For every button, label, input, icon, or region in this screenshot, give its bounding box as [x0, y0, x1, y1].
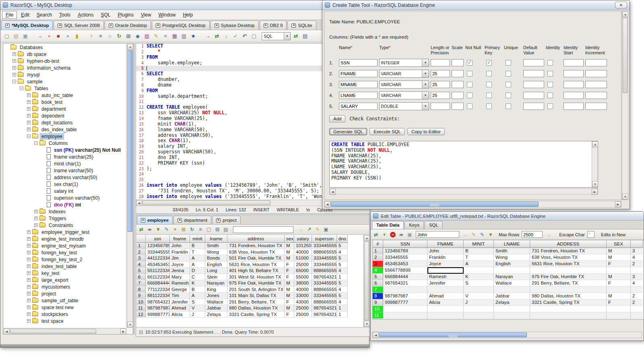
cell[interactable]: 5 — [337, 255, 348, 262]
cell[interactable]: 5 — [337, 280, 348, 287]
cell[interactable]: 888665555 — [312, 268, 337, 274]
cell[interactable]: K — [190, 280, 205, 287]
cell[interactable]: F — [285, 268, 294, 274]
tree-item-sample-utf-table[interactable]: +sample_utf_table — [4, 297, 126, 304]
results-vertical-scrollbar[interactable]: ▲ ▼ — [363, 235, 369, 327]
row-number[interactable]: 5 — [373, 274, 383, 280]
tree-item-space-test-new[interactable]: +space test new — [4, 304, 126, 311]
expand-icon[interactable]: + — [12, 66, 16, 70]
expand-icon[interactable]: + — [27, 299, 31, 302]
primary-key-checkbox[interactable] — [486, 82, 492, 87]
not-null-checkbox[interactable] — [467, 60, 473, 66]
cell[interactable]: 201 South St, Arlington TX — [227, 287, 285, 293]
tree-item-hyphen-db-test[interactable]: +hyphen-db-test — [4, 58, 126, 64]
tree-item-tables[interactable]: −Tables — [4, 85, 126, 92]
scroll-down-arrow-icon[interactable]: ▼ — [622, 194, 628, 200]
collapse-icon[interactable]: − — [34, 141, 38, 145]
cell[interactable]: F — [285, 274, 294, 281]
tree-item-index-test-table[interactable]: +index_test_table — [4, 263, 126, 270]
scroll-down-arrow-icon[interactable]: ▼ — [127, 322, 133, 328]
column-header-lname[interactable]: lname — [205, 235, 227, 243]
cell[interactable] — [494, 312, 530, 319]
cell[interactable] — [464, 306, 494, 312]
tab-sql-server-2008[interactable]: ✕SQL Server 2008 — [54, 21, 103, 30]
column-header-salary[interactable]: salary — [294, 235, 312, 243]
cell[interactable] — [607, 312, 631, 319]
rollback-icon[interactable]: ↶ — [241, 32, 249, 40]
chevron-down-icon[interactable]: ▼ — [422, 103, 429, 110]
tree-item-key-test[interactable]: +key_test — [4, 270, 126, 277]
cell[interactable]: 5 — [337, 243, 348, 249]
menu-sql[interactable]: SQL — [98, 11, 114, 19]
align-icon[interactable]: ≡ — [161, 32, 169, 40]
tab-sqlite[interactable]: ✕SQLite — [287, 21, 316, 30]
cell[interactable]: 975 Fire Oak, Humble TX — [530, 274, 607, 280]
chevron-down-icon[interactable]: ▼ — [284, 33, 290, 40]
maxrows-go-icon[interactable]: → — [545, 231, 552, 238]
tree-item-dept-locations[interactable]: +dept_locations — [4, 119, 126, 126]
tree-item-information-schema[interactable]: +information_schema — [4, 64, 126, 71]
cell[interactable]: 25000 — [294, 312, 312, 318]
column-header-dno[interactable]: dno — [337, 235, 348, 243]
cell[interactable]: 987654321 — [312, 305, 337, 312]
column-header-minit[interactable]: minit — [190, 235, 205, 243]
chevron-down-icon[interactable]: ▼ — [422, 70, 429, 77]
cell[interactable]: 333445555 — [312, 243, 337, 249]
cell[interactable]: Stein — [205, 274, 227, 281]
tab-close-icon[interactable]: ✕ — [264, 23, 268, 28]
identity-checkbox[interactable] — [547, 71, 553, 76]
expand-icon[interactable]: + — [27, 128, 31, 131]
edit-results-icon[interactable]: ✎ — [163, 226, 170, 233]
create-dialog-vertical-scrollbar[interactable]: ▲ ▼ — [622, 11, 628, 200]
menu-actions[interactable]: Actions — [74, 11, 97, 19]
default-value-input[interactable] — [523, 59, 544, 66]
scroll-right-arrow-icon[interactable]: ▶ — [120, 328, 126, 334]
cell[interactable]: Ahmad — [427, 293, 464, 299]
cell[interactable]: Narayan — [494, 274, 530, 280]
cell[interactable] — [607, 287, 631, 293]
reload-query-icon[interactable]: ↻ — [188, 226, 196, 233]
cell[interactable]: George — [170, 287, 190, 293]
cell[interactable]: J — [190, 312, 205, 318]
cell[interactable]: S — [190, 299, 205, 305]
create-dialog-horizontal-scrollbar[interactable]: ◀ ▶ — [324, 201, 621, 208]
column-type-select[interactable]: VARCHAR▼ — [379, 80, 429, 89]
cell[interactable]: 123456789 — [146, 243, 170, 249]
expand-icon[interactable]: + — [27, 258, 31, 261]
expand-icon[interactable]: + — [27, 107, 31, 111]
cell[interactable]: 333445555 — [383, 254, 427, 261]
cell[interactable]: S — [464, 280, 494, 287]
cell[interactable]: B — [464, 248, 494, 254]
cell[interactable]: 3321 Castle, Spring TX — [227, 312, 285, 318]
cell[interactable] — [494, 287, 530, 293]
tree-item-sample[interactable]: −sample — [4, 78, 126, 85]
cell[interactable]: F — [285, 312, 294, 318]
tree-item-test-space[interactable]: +test space — [4, 318, 126, 324]
cell[interactable] — [383, 306, 427, 312]
length-input[interactable] — [431, 81, 450, 88]
tree-item-project[interactable]: +project — [4, 290, 126, 297]
column-header-ssn[interactable]: ssn — [146, 235, 170, 243]
menu-window[interactable]: Window — [155, 11, 179, 19]
scale-input[interactable] — [452, 59, 464, 66]
filter-go-icon[interactable]: → — [297, 226, 304, 233]
expand-icon[interactable]: + — [27, 244, 31, 248]
cell[interactable]: Jim — [170, 255, 190, 262]
tab-db2-9[interactable]: ✕DB2 9 — [260, 21, 287, 30]
expand-icon[interactable]: + — [27, 305, 31, 309]
cell[interactable]: 4 — [337, 299, 348, 305]
export-results-icon[interactable]: ↗ — [305, 226, 313, 233]
column-name-input[interactable] — [339, 70, 378, 77]
cell[interactable] — [494, 267, 530, 274]
max-rows-input[interactable] — [522, 231, 543, 238]
favorites-db-icon[interactable]: ★ — [189, 32, 197, 40]
save-edits-icon[interactable]: ▣ — [406, 231, 413, 238]
cell[interactable]: English — [205, 262, 227, 268]
expand-icon[interactable]: + — [34, 217, 38, 220]
copy-rows-icon[interactable]: ⊞ — [180, 226, 187, 233]
column-header-address[interactable]: ADDRESS — [530, 240, 607, 248]
cell[interactable]: B — [190, 287, 205, 293]
cell[interactable]: John — [427, 248, 464, 254]
cell[interactable]: Franklin — [170, 249, 190, 256]
length-input[interactable] — [431, 103, 450, 110]
